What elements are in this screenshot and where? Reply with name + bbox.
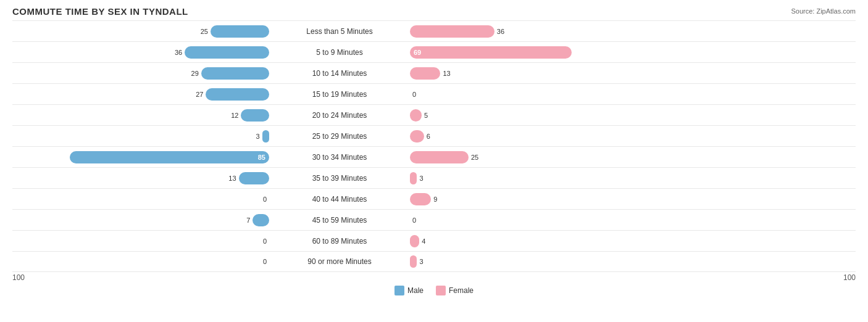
left-section: 85 [12,147,272,167]
bar-value-zero: 0 [263,258,267,265]
row-label: 15 to 19 Minutes [272,90,407,99]
bar-value-zero: 0 [263,196,267,203]
table-row: 1220 to 24 Minutes5 [12,104,856,125]
bottom-right-label: 100 [843,273,856,282]
left-section: 27 [12,84,272,104]
row-label: 90 or more Minutes [272,257,407,266]
bar-value-zero: 0 [412,91,416,98]
row-label: 45 to 59 Minutes [272,216,407,225]
row-label: 30 to 34 Minutes [272,153,407,162]
row-label: 40 to 44 Minutes [272,195,407,204]
right-section: 3 [407,168,667,188]
table-row: 1335 to 39 Minutes3 [12,167,856,188]
right-section: 9 [407,189,667,209]
bar-value-zero: 0 [263,237,267,245]
right-section: 0 [407,84,667,104]
bar-value-outside: 12 [231,112,238,119]
left-section: 12 [12,105,272,125]
bar-value-outside: 25 [201,28,208,35]
bar-value-inside: 69 [410,49,425,56]
table-row: 325 to 29 Minutes6 [12,125,856,146]
right-section: 0 [407,210,667,230]
bar-value-outside: 3 [419,175,423,182]
left-section: 25 [12,21,272,41]
chart-title: COMMUTE TIME BY SEX IN TYNDALL [12,6,856,17]
right-section: 4 [407,231,667,251]
female-swatch [436,286,446,295]
left-section: 36 [12,42,272,62]
bar-value-outside: 36 [497,28,504,35]
male-bar [206,88,269,101]
male-label: Male [407,286,424,295]
bar-value-outside: 9 [433,196,437,203]
row-label: Less than 5 Minutes [272,27,407,36]
row-label: 35 to 39 Minutes [272,174,407,183]
bar-value-inside: 85 [254,154,269,161]
female-bar [410,130,424,142]
right-section: 3 [407,252,667,271]
male-bar [211,25,269,38]
table-row: 745 to 59 Minutes0 [12,209,856,230]
left-section: 3 [12,126,272,146]
bar-value-outside: 13 [443,70,450,77]
male-bar [239,172,269,184]
bar-value-outside: 29 [191,70,199,77]
legend-female: Female [436,286,474,295]
female-bar [410,193,431,205]
row-label: 25 to 29 Minutes [272,132,407,141]
left-section: 0 [12,252,272,271]
female-bar [410,25,495,38]
table-row: 25Less than 5 Minutes36 [12,20,856,41]
bar-value-outside: 7 [246,217,250,224]
right-section: 6 [407,126,667,146]
female-bar [410,255,417,268]
row-label: 5 to 9 Minutes [272,48,407,57]
right-section: 25 [407,147,667,167]
female-bar [410,172,417,184]
female-bar: 69 [410,46,572,59]
male-bar [262,130,269,142]
female-bar [410,109,422,122]
female-label: Female [449,286,474,295]
bar-value-outside: 27 [196,91,203,98]
left-section: 29 [12,63,272,83]
bar-value-outside: 5 [424,112,428,119]
male-swatch [394,286,404,295]
male-bar [252,214,269,226]
table-row: 060 to 89 Minutes4 [12,230,856,251]
bar-value-outside: 25 [471,154,478,161]
source-text: Source: ZipAtlas.com [791,7,856,15]
bar-value-outside: 3 [419,258,423,265]
bar-value-outside: 13 [228,175,236,182]
row-label: 60 to 89 Minutes [272,237,407,246]
male-bar [241,109,269,122]
table-row: 2910 to 14 Minutes13 [12,62,856,83]
table-row: 2715 to 19 Minutes0 [12,83,856,104]
bottom-left-label: 100 [12,273,25,282]
right-section: 13 [407,63,667,83]
left-section: 0 [12,231,272,251]
bottom-labels: 100 100 [12,273,856,282]
left-section: 13 [12,168,272,188]
left-section: 7 [12,210,272,230]
bar-value-outside: 36 [175,49,182,56]
row-label: 20 to 24 Minutes [272,111,407,120]
male-bar [201,67,269,80]
table-row: 365 to 9 Minutes69 [12,41,856,62]
chart-container: COMMUTE TIME BY SEX IN TYNDALL Source: Z… [0,0,868,322]
right-section: 36 [407,21,667,41]
table-row: 8530 to 34 Minutes25 [12,146,856,167]
female-bar [410,151,469,163]
right-section: 5 [407,105,667,125]
legend-area: Male Female [12,286,856,295]
bar-value-zero: 0 [412,217,416,224]
bar-value-outside: 6 [427,133,430,140]
legend-male: Male [394,286,424,295]
female-bar [410,67,440,80]
table-row: 090 or more Minutes3 [12,251,856,272]
bar-value-outside: 3 [256,133,259,140]
table-row: 040 to 44 Minutes9 [12,188,856,209]
row-label: 10 to 14 Minutes [272,69,407,78]
bar-value-outside: 4 [422,237,425,245]
male-bar [185,46,269,59]
